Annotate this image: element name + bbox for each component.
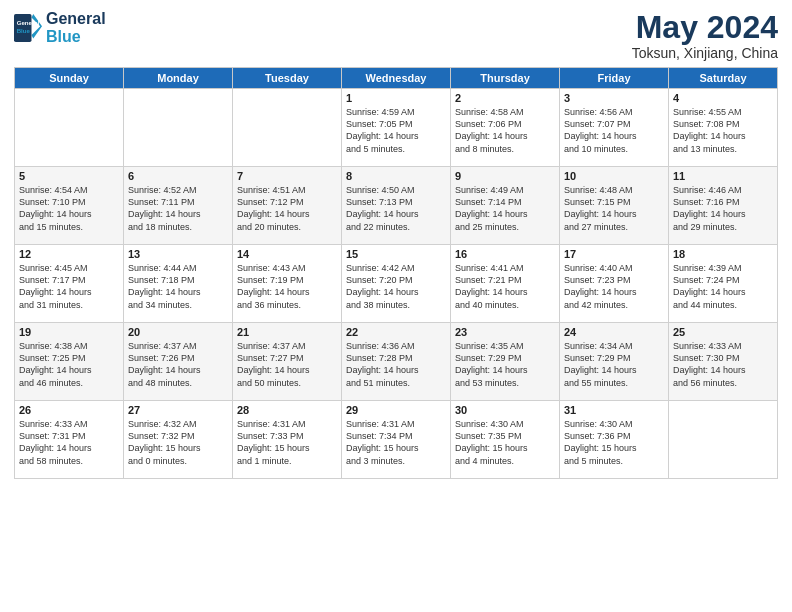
logo-icon: General Blue: [14, 14, 42, 42]
day-number: 4: [673, 92, 773, 104]
calendar-cell: 18Sunrise: 4:39 AMSunset: 7:24 PMDayligh…: [669, 245, 778, 323]
calendar-cell: 1Sunrise: 4:59 AMSunset: 7:05 PMDaylight…: [342, 89, 451, 167]
day-number: 25: [673, 326, 773, 338]
day-content: Sunrise: 4:42 AMSunset: 7:20 PMDaylight:…: [346, 262, 446, 311]
page: General Blue General Blue May 2024 Toksu…: [0, 0, 792, 612]
weekday-header-thursday: Thursday: [451, 68, 560, 89]
calendar-cell: 7Sunrise: 4:51 AMSunset: 7:12 PMDaylight…: [233, 167, 342, 245]
day-content: Sunrise: 4:32 AMSunset: 7:32 PMDaylight:…: [128, 418, 228, 467]
day-content: Sunrise: 4:58 AMSunset: 7:06 PMDaylight:…: [455, 106, 555, 155]
calendar-cell: 4Sunrise: 4:55 AMSunset: 7:08 PMDaylight…: [669, 89, 778, 167]
day-number: 2: [455, 92, 555, 104]
calendar-cell: 2Sunrise: 4:58 AMSunset: 7:06 PMDaylight…: [451, 89, 560, 167]
day-content: Sunrise: 4:37 AMSunset: 7:27 PMDaylight:…: [237, 340, 337, 389]
day-number: 30: [455, 404, 555, 416]
calendar-cell: 9Sunrise: 4:49 AMSunset: 7:14 PMDaylight…: [451, 167, 560, 245]
calendar-cell: [233, 89, 342, 167]
day-number: 3: [564, 92, 664, 104]
day-number: 20: [128, 326, 228, 338]
calendar-table: SundayMondayTuesdayWednesdayThursdayFrid…: [14, 67, 778, 479]
day-content: Sunrise: 4:43 AMSunset: 7:19 PMDaylight:…: [237, 262, 337, 311]
calendar-cell: [669, 401, 778, 479]
day-number: 24: [564, 326, 664, 338]
day-content: Sunrise: 4:37 AMSunset: 7:26 PMDaylight:…: [128, 340, 228, 389]
day-content: Sunrise: 4:30 AMSunset: 7:36 PMDaylight:…: [564, 418, 664, 467]
week-row-0: 1Sunrise: 4:59 AMSunset: 7:05 PMDaylight…: [15, 89, 778, 167]
calendar-cell: 11Sunrise: 4:46 AMSunset: 7:16 PMDayligh…: [669, 167, 778, 245]
calendar-cell: 16Sunrise: 4:41 AMSunset: 7:21 PMDayligh…: [451, 245, 560, 323]
header: General Blue General Blue May 2024 Toksu…: [14, 10, 778, 61]
calendar-cell: 15Sunrise: 4:42 AMSunset: 7:20 PMDayligh…: [342, 245, 451, 323]
weekday-header-row: SundayMondayTuesdayWednesdayThursdayFrid…: [15, 68, 778, 89]
calendar-cell: 28Sunrise: 4:31 AMSunset: 7:33 PMDayligh…: [233, 401, 342, 479]
day-content: Sunrise: 4:40 AMSunset: 7:23 PMDaylight:…: [564, 262, 664, 311]
day-content: Sunrise: 4:59 AMSunset: 7:05 PMDaylight:…: [346, 106, 446, 155]
day-number: 22: [346, 326, 446, 338]
weekday-header-sunday: Sunday: [15, 68, 124, 89]
calendar-cell: 29Sunrise: 4:31 AMSunset: 7:34 PMDayligh…: [342, 401, 451, 479]
day-content: Sunrise: 4:30 AMSunset: 7:35 PMDaylight:…: [455, 418, 555, 467]
day-content: Sunrise: 4:41 AMSunset: 7:21 PMDaylight:…: [455, 262, 555, 311]
weekday-header-friday: Friday: [560, 68, 669, 89]
calendar-cell: 6Sunrise: 4:52 AMSunset: 7:11 PMDaylight…: [124, 167, 233, 245]
day-content: Sunrise: 4:51 AMSunset: 7:12 PMDaylight:…: [237, 184, 337, 233]
day-number: 9: [455, 170, 555, 182]
day-number: 29: [346, 404, 446, 416]
day-number: 28: [237, 404, 337, 416]
day-content: Sunrise: 4:36 AMSunset: 7:28 PMDaylight:…: [346, 340, 446, 389]
calendar-cell: 12Sunrise: 4:45 AMSunset: 7:17 PMDayligh…: [15, 245, 124, 323]
calendar-cell: 23Sunrise: 4:35 AMSunset: 7:29 PMDayligh…: [451, 323, 560, 401]
calendar-cell: 21Sunrise: 4:37 AMSunset: 7:27 PMDayligh…: [233, 323, 342, 401]
logo: General Blue General Blue: [14, 10, 106, 45]
calendar-cell: 25Sunrise: 4:33 AMSunset: 7:30 PMDayligh…: [669, 323, 778, 401]
calendar-cell: 24Sunrise: 4:34 AMSunset: 7:29 PMDayligh…: [560, 323, 669, 401]
day-content: Sunrise: 4:33 AMSunset: 7:30 PMDaylight:…: [673, 340, 773, 389]
calendar-cell: 17Sunrise: 4:40 AMSunset: 7:23 PMDayligh…: [560, 245, 669, 323]
calendar-cell: 8Sunrise: 4:50 AMSunset: 7:13 PMDaylight…: [342, 167, 451, 245]
calendar-cell: 22Sunrise: 4:36 AMSunset: 7:28 PMDayligh…: [342, 323, 451, 401]
week-row-1: 5Sunrise: 4:54 AMSunset: 7:10 PMDaylight…: [15, 167, 778, 245]
day-number: 26: [19, 404, 119, 416]
day-content: Sunrise: 4:31 AMSunset: 7:34 PMDaylight:…: [346, 418, 446, 467]
day-content: Sunrise: 4:39 AMSunset: 7:24 PMDaylight:…: [673, 262, 773, 311]
weekday-header-tuesday: Tuesday: [233, 68, 342, 89]
day-number: 14: [237, 248, 337, 260]
weekday-header-saturday: Saturday: [669, 68, 778, 89]
weekday-header-monday: Monday: [124, 68, 233, 89]
calendar-cell: 10Sunrise: 4:48 AMSunset: 7:15 PMDayligh…: [560, 167, 669, 245]
calendar-cell: 13Sunrise: 4:44 AMSunset: 7:18 PMDayligh…: [124, 245, 233, 323]
title-block: May 2024 Toksun, Xinjiang, China: [632, 10, 778, 61]
day-number: 8: [346, 170, 446, 182]
sub-title: Toksun, Xinjiang, China: [632, 45, 778, 61]
calendar-cell: 19Sunrise: 4:38 AMSunset: 7:25 PMDayligh…: [15, 323, 124, 401]
calendar-cell: [15, 89, 124, 167]
day-content: Sunrise: 4:46 AMSunset: 7:16 PMDaylight:…: [673, 184, 773, 233]
day-number: 6: [128, 170, 228, 182]
calendar-cell: 27Sunrise: 4:32 AMSunset: 7:32 PMDayligh…: [124, 401, 233, 479]
day-content: Sunrise: 4:52 AMSunset: 7:11 PMDaylight:…: [128, 184, 228, 233]
day-number: 11: [673, 170, 773, 182]
day-content: Sunrise: 4:33 AMSunset: 7:31 PMDaylight:…: [19, 418, 119, 467]
day-content: Sunrise: 4:48 AMSunset: 7:15 PMDaylight:…: [564, 184, 664, 233]
calendar-cell: 30Sunrise: 4:30 AMSunset: 7:35 PMDayligh…: [451, 401, 560, 479]
day-number: 19: [19, 326, 119, 338]
calendar-cell: 5Sunrise: 4:54 AMSunset: 7:10 PMDaylight…: [15, 167, 124, 245]
day-number: 21: [237, 326, 337, 338]
svg-text:General: General: [17, 19, 40, 26]
main-title: May 2024: [632, 10, 778, 45]
day-content: Sunrise: 4:34 AMSunset: 7:29 PMDaylight:…: [564, 340, 664, 389]
calendar-cell: 26Sunrise: 4:33 AMSunset: 7:31 PMDayligh…: [15, 401, 124, 479]
day-content: Sunrise: 4:50 AMSunset: 7:13 PMDaylight:…: [346, 184, 446, 233]
logo-text: General Blue: [46, 10, 106, 45]
day-content: Sunrise: 4:35 AMSunset: 7:29 PMDaylight:…: [455, 340, 555, 389]
day-number: 27: [128, 404, 228, 416]
day-number: 1: [346, 92, 446, 104]
day-content: Sunrise: 4:55 AMSunset: 7:08 PMDaylight:…: [673, 106, 773, 155]
day-number: 23: [455, 326, 555, 338]
day-number: 10: [564, 170, 664, 182]
weekday-header-wednesday: Wednesday: [342, 68, 451, 89]
week-row-4: 26Sunrise: 4:33 AMSunset: 7:31 PMDayligh…: [15, 401, 778, 479]
day-content: Sunrise: 4:54 AMSunset: 7:10 PMDaylight:…: [19, 184, 119, 233]
calendar-cell: 3Sunrise: 4:56 AMSunset: 7:07 PMDaylight…: [560, 89, 669, 167]
day-number: 7: [237, 170, 337, 182]
